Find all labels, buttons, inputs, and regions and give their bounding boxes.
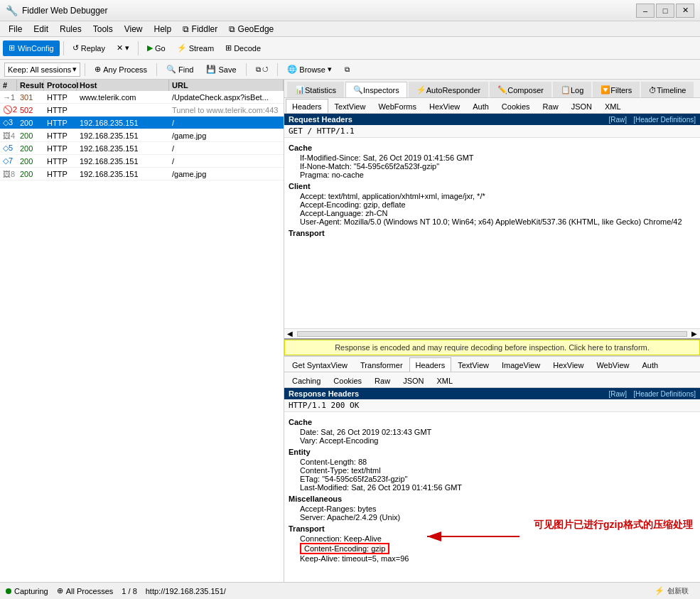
composer-icon: ✏️ [497,85,507,95]
response-tab-json[interactable]: JSON [397,373,430,387]
col-header-hash[interactable]: # [0,80,17,91]
stream-button[interactable]: ⚡ Stream [172,40,219,57]
col-header-url[interactable]: URL [169,80,284,91]
dropdown-arrow-icon: ▾ [72,65,77,74]
warning-banner[interactable]: Response is encoded and may require deco… [284,340,700,355]
request-tab-cookies[interactable]: Cookies [495,99,537,113]
request-tab-raw[interactable]: Raw [537,99,565,113]
winconfig-button[interactable]: ⊞ WinConfig [3,41,60,56]
response-tab-cookies[interactable]: Cookies [327,373,368,387]
col-header-result[interactable]: Result [17,80,44,91]
close-button[interactable]: ✕ [676,4,694,18]
any-process-button[interactable]: ⊕ Any Process [90,63,152,77]
sep4 [156,63,157,76]
request-first-line: GET / HTTP/1.1 [284,125,700,138]
request-tab-textview[interactable]: TextView [328,99,372,113]
response-tab-caching[interactable]: Caching [286,373,327,387]
request-sub-tabs: Headers TextView WebForms HexView Auth C… [284,98,700,114]
menu-file[interactable]: File [3,23,28,36]
header-definitions-link[interactable]: [Header Definitions] [633,116,696,124]
browse-button[interactable]: 🌐 Browse ▾ [282,63,337,77]
tab-timeline[interactable]: ⏱ Timeline [641,82,694,97]
request-tab-json[interactable]: JSON [565,99,598,113]
col-header-protocol[interactable]: Protocol [44,80,77,91]
request-headers-content: Cache If-Modified-Since: Sat, 26 Oct 201… [284,138,700,328]
response-header-item: Accept-Ranges: bytes [300,504,696,513]
main-tabs: 📊 Statistics 🔍 Inspectors ⚡ AutoResponde… [284,80,700,98]
toolbar2-extra[interactable]: ⧉ ↺ [251,63,274,77]
session-row[interactable]: 🚫2 502 HTTP Tunnel to www.telerik.com:44… [0,104,284,117]
response-entity-group: Entity Content-Length: 88 Content-Type: … [289,448,696,492]
tab-log[interactable]: 📋 Log [553,82,591,97]
scroll-left-icon[interactable]: ◀ [284,330,296,338]
tab-composer[interactable]: ✏️ Composer [490,82,551,97]
browse-icon: 🌐 [287,65,297,74]
response-raw-link[interactable]: [Raw] [608,390,627,398]
session-row[interactable]: ◇7 200 HTTP 192.168.235.151 / [0,155,284,168]
find-button[interactable]: 🔍 Find [161,63,198,77]
sep2 [138,41,139,55]
response-cache-title: Cache [289,418,696,426]
horizontal-scrollbar[interactable] [297,331,687,337]
replay-button[interactable]: ↺ Replay [68,40,110,57]
extra-button[interactable]: ⧉ [340,63,355,77]
tab-inspectors[interactable]: 🔍 Inspectors [345,82,407,97]
menu-fiddler[interactable]: ⧉ Fiddler [177,23,223,36]
go-icon: ▶ [147,43,153,53]
keep-sessions-dropdown[interactable]: Keep: All sessions ▾ [4,63,80,77]
menu-tools[interactable]: Tools [87,23,119,36]
main-toolbar: ⊞ WinConfig ↺ Replay ✕ ▾ ▶ Go ⚡ Stream ⊞… [0,37,700,60]
tab-autoresponder[interactable]: ⚡ AutoResponder [409,82,488,97]
capturing-dot [6,588,11,594]
decode-icon: ⊞ [225,43,232,53]
col-header-host[interactable]: Host [77,80,169,91]
response-tab-headers[interactable]: Headers [409,357,452,372]
response-header-def-link[interactable]: [Header Definitions] [633,390,696,398]
cache-group-title: Cache [289,144,696,152]
header-item: Pragma: no-cache [300,171,696,179]
autoresponder-icon: ⚡ [416,85,426,95]
menu-edit[interactable]: Edit [28,23,54,36]
raw-link[interactable]: [Raw] [608,116,627,124]
menu-rules[interactable]: Rules [54,23,87,36]
app-title: Fiddler Web Debugger [22,6,636,16]
response-tab-imageview[interactable]: ImageView [495,357,546,372]
transport-group: Transport [289,229,696,237]
menu-geoedge[interactable]: ⧉ GeoEdge [223,23,279,36]
menu-view[interactable]: View [119,23,149,36]
session-row[interactable]: ◇3 200 HTTP 192.168.235.151 / [0,117,284,129]
tab-filters[interactable]: 🔽 Filters [593,82,640,97]
minimize-button[interactable]: – [636,4,655,18]
response-tab-textview[interactable]: TextView [451,357,495,372]
response-tab-transformer[interactable]: Transformer [354,357,409,372]
response-tab-hexview[interactable]: HexView [546,357,590,372]
response-tab-xml[interactable]: XML [430,373,459,387]
timeline-icon: ⏱ [649,86,657,95]
maximize-button[interactable]: □ [656,4,674,18]
session-row[interactable]: →1 301 HTTP www.telerik.com /UpdateCheck… [0,91,284,104]
response-tab-raw[interactable]: Raw [368,373,397,387]
request-tab-hexview[interactable]: HexView [423,99,466,113]
response-header-item: Content-Length: 88 [300,458,696,466]
statistics-icon: 📊 [295,85,305,95]
scroll-right-icon[interactable]: ▶ [689,330,700,338]
session-row[interactable]: 🖼4 200 HTTP 192.168.235.151 /game.jpg [0,129,284,142]
tab-statistics[interactable]: 📊 Statistics [287,82,344,97]
response-tab-auth[interactable]: Auth [635,357,664,372]
save-button[interactable]: 💾 Save [201,63,241,77]
app-icon: 🔧 [6,5,18,16]
response-tab-syntaxview[interactable]: Get SyntaxView [286,357,354,372]
request-tab-headers[interactable]: Headers [286,99,328,113]
session-row[interactable]: 🖼8 200 HTTP 192.168.235.151 /game.jpg [0,168,284,180]
menu-help[interactable]: Help [149,23,178,36]
request-tab-webforms[interactable]: WebForms [372,99,423,113]
go-button[interactable]: ▶ Go [142,40,171,57]
response-tab-webview[interactable]: WebView [590,357,635,372]
sep1 [63,41,64,55]
decode-button[interactable]: ⊞ Decode [220,40,266,57]
client-group: Client Accept: text/html, application/xh… [289,182,696,226]
request-tab-xml[interactable]: XML [598,99,628,113]
remove-button[interactable]: ✕ ▾ [112,40,134,57]
session-row[interactable]: ◇5 200 HTTP 192.168.235.151 / [0,142,284,155]
request-tab-auth[interactable]: Auth [466,99,495,113]
